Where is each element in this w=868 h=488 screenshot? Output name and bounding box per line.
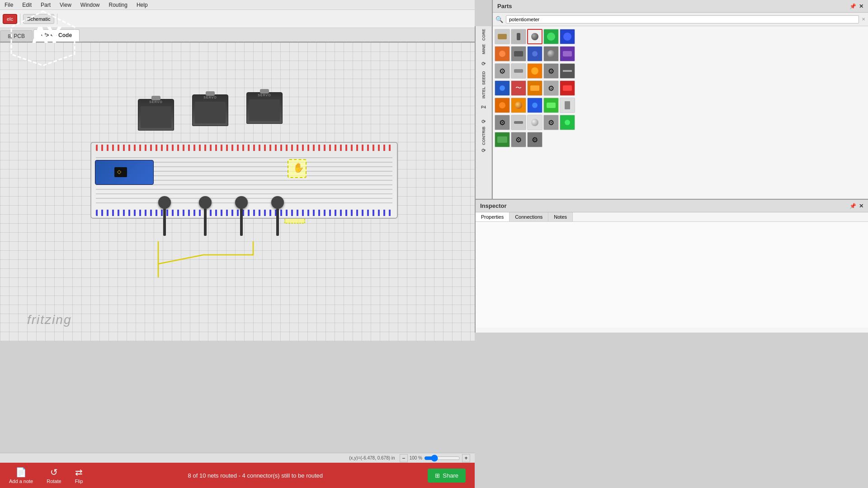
parts-categories: CORE MINE ⟳ SEEED INTEL P4 ⟳ CONTRIB ⟳	[475, 26, 492, 199]
pot-body-1	[158, 196, 171, 209]
cat-seeed[interactable]: SEEED	[477, 71, 491, 85]
part-cogwheel3[interactable]: ⚙	[543, 80, 559, 96]
parts-close-icon[interactable]: ✕	[859, 3, 863, 9]
inspector-close-icon[interactable]: ✕	[859, 203, 863, 209]
svg-text:AY: AY	[32, 22, 62, 48]
part-blue4[interactable]	[527, 98, 542, 113]
zoom-slider[interactable]	[424, 455, 460, 462]
pot-body-4	[271, 196, 284, 209]
part-wave[interactable]: 〜	[511, 80, 526, 96]
parts-row-7: ⚙ ⚙	[495, 131, 866, 148]
part-green1[interactable]	[543, 29, 559, 44]
part-blue1[interactable]	[560, 29, 575, 44]
parts-pin-icon[interactable]: 📌	[849, 3, 856, 9]
servo-label-2: SERVO	[203, 96, 217, 99]
part-blue2[interactable]	[527, 46, 542, 61]
inspector-title: Inspector	[480, 202, 507, 209]
pot-body-3	[235, 196, 248, 209]
part-gray2[interactable]	[543, 46, 559, 61]
menu-bar: File Edit Part View Window Routing Help	[0, 0, 475, 10]
potentiometer-4[interactable]	[271, 196, 284, 237]
share-button[interactable]: ⊞ Share	[428, 469, 466, 483]
menu-edit[interactable]: Edit	[18, 1, 36, 9]
routing-status: 8 of 10 nets routed - 4 connector(s) sti…	[96, 472, 414, 479]
part-blue3[interactable]	[495, 80, 510, 96]
menu-file[interactable]: File	[0, 1, 18, 9]
search-icon: 🔍	[495, 16, 503, 23]
part-green3[interactable]	[560, 115, 575, 130]
menu-view[interactable]: View	[55, 1, 76, 9]
cat-intel[interactable]: INTEL	[477, 86, 491, 99]
part-orange2[interactable]	[527, 63, 542, 79]
parts-search-input[interactable]	[506, 15, 859, 23]
add-note-button[interactable]: 📄 Add a note	[9, 467, 33, 484]
part-orange3[interactable]	[527, 80, 542, 96]
part-purple1[interactable]	[560, 46, 575, 61]
zoom-out-button[interactable]: −	[400, 454, 408, 462]
servo-horn-3	[260, 89, 269, 94]
part-cogwheel1[interactable]: ⚙	[495, 63, 510, 79]
inspector-panel: Inspector 📌 ✕ Properties Connections Not…	[475, 199, 868, 333]
search-clear-icon[interactable]: ✕	[862, 17, 865, 22]
parts-row-core-1	[495, 28, 866, 45]
cat-contrib[interactable]: CONTRIB	[477, 129, 491, 143]
cat-core[interactable]: CORE	[477, 28, 491, 42]
part-strip1[interactable]	[560, 63, 575, 79]
part-white1[interactable]	[560, 98, 575, 113]
part-cogwheel4[interactable]: ⚙	[495, 115, 510, 130]
part-red2[interactable]	[560, 80, 575, 96]
menu-window[interactable]: Window	[76, 1, 104, 9]
cat-arrow3[interactable]: ⟳	[477, 144, 491, 157]
cursor-hand-icon: ✋	[293, 162, 304, 173]
servo-body-1	[141, 106, 171, 128]
inspector-tab-connections[interactable]: Connections	[509, 212, 548, 221]
parts-row-3: ⚙ ⚙	[495, 62, 866, 80]
pot-shaft-4	[276, 209, 279, 236]
potentiometer-3[interactable]	[235, 196, 248, 237]
servo-2[interactable]: SERVO	[192, 94, 228, 126]
flip-icon: ⇄	[75, 467, 83, 478]
pot-shaft-2	[204, 209, 207, 236]
cat-mine[interactable]: MINE	[477, 42, 491, 56]
part-connector[interactable]	[511, 29, 526, 44]
part-orange5[interactable]	[511, 98, 526, 113]
fritzing-logo: fritzing	[27, 313, 71, 327]
cat-p4[interactable]: P4	[477, 100, 491, 114]
pot-body-2	[199, 196, 212, 209]
cat-arrow1[interactable]: ⟳	[477, 57, 491, 70]
part-rect3[interactable]	[511, 115, 526, 130]
potentiometer-1[interactable]	[158, 196, 171, 237]
inspector-tab-properties[interactable]: Properties	[476, 212, 509, 221]
zoom-in-button[interactable]: +	[462, 454, 470, 462]
potentiometer-2[interactable]	[199, 196, 212, 237]
part-gray1[interactable]	[511, 46, 526, 61]
parts-title: Parts	[497, 3, 512, 9]
servo-horn-1	[151, 96, 160, 100]
rotate-button[interactable]: ↺ Rotate	[47, 467, 61, 484]
parts-row-seeed-1: 〜 ⚙	[495, 80, 866, 97]
part-board1[interactable]	[495, 132, 510, 147]
part-green2[interactable]	[543, 98, 559, 113]
servo-1[interactable]: SERVO	[138, 99, 174, 131]
part-cogwheel2[interactable]: ⚙	[543, 63, 559, 79]
servo-label-3: SERVO	[258, 94, 271, 97]
inspector-pin-icon[interactable]: 📌	[849, 203, 856, 209]
part-cogwheel6[interactable]: ⚙	[511, 132, 526, 147]
part-potentiometer[interactable]	[527, 29, 542, 44]
part-resistor[interactable]	[495, 29, 510, 44]
part-orange1[interactable]	[495, 46, 510, 61]
arduino-nano[interactable]	[95, 160, 154, 185]
part-rect2[interactable]	[511, 63, 526, 79]
part-orange4[interactable]	[495, 98, 510, 113]
menu-part[interactable]: Part	[36, 1, 55, 9]
coordinates: (x,y)=(-6.478, 0.678) in	[349, 455, 395, 460]
menu-routing[interactable]: Routing	[104, 1, 132, 9]
servo-3[interactable]: SERVO	[246, 92, 283, 124]
bb-rail-positive	[96, 145, 392, 151]
part-white2[interactable]	[527, 115, 542, 130]
part-cogwheel7[interactable]: ⚙	[527, 132, 542, 147]
part-cogwheel5[interactable]: ⚙	[543, 115, 559, 130]
flip-button[interactable]: ⇄ Flip	[75, 467, 83, 484]
inspector-tab-notes[interactable]: Notes	[548, 212, 573, 221]
menu-help[interactable]: Help	[132, 1, 152, 9]
